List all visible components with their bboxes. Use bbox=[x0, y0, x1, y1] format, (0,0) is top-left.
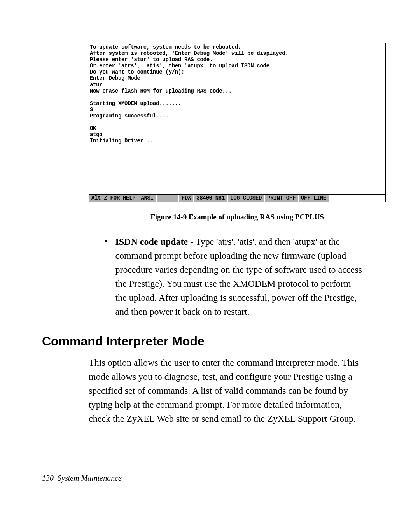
bullet-item: • ISDN code update - Type 'atrs', 'atis'… bbox=[104, 235, 362, 319]
terminal-output: To update software, system needs to be r… bbox=[89, 43, 385, 194]
section-heading: Command Interpreter Mode bbox=[42, 334, 386, 349]
status-ansi: ANSI bbox=[138, 195, 156, 202]
status-log: LOG CLOSED bbox=[228, 195, 265, 202]
status-baud: 38400 N81 bbox=[194, 195, 228, 202]
terminal-window: To update software, system needs to be r… bbox=[89, 43, 386, 202]
bullet-text: ISDN code update - Type 'atrs', 'atis', … bbox=[115, 235, 362, 319]
body-paragraph: This option allows the user to enter the… bbox=[89, 356, 362, 426]
footer-title: System Maintenance bbox=[58, 474, 122, 482]
status-help: Alt-Z FOR HELP bbox=[89, 195, 138, 202]
status-fdx: FDX bbox=[179, 195, 194, 202]
bullet-title: ISDN code update bbox=[115, 237, 188, 247]
status-offline: OFF-LINE bbox=[299, 195, 329, 202]
bullet-body: - Type 'atrs', 'atis', and then 'atupx' … bbox=[115, 237, 362, 317]
bullet-dot-icon: • bbox=[104, 235, 107, 319]
page-number: 130 bbox=[42, 474, 54, 482]
figure-caption: Figure 14-9 Example of uploading RAS usi… bbox=[89, 213, 386, 221]
terminal-status-bar: Alt-Z FOR HELP ANSI FDX 38400 N81 LOG CL… bbox=[89, 194, 385, 202]
page-footer: 130 System Maintenance bbox=[42, 474, 122, 483]
status-print: PRINT OFF bbox=[265, 195, 299, 202]
status-spacer bbox=[157, 195, 179, 202]
